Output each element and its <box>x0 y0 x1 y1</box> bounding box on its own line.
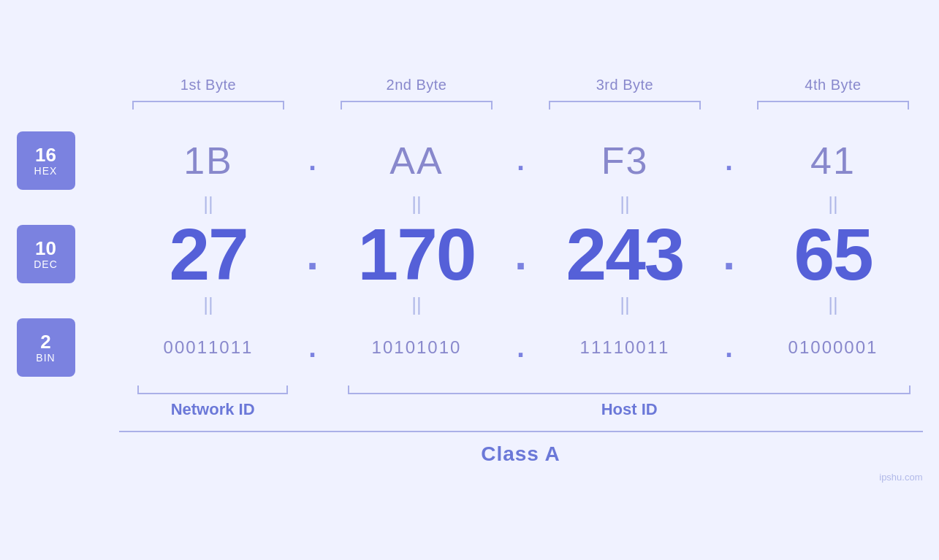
bracket-top-2 <box>327 101 506 110</box>
equals-hex-dec-3: || <box>536 194 715 213</box>
byte-header-4: 4th Byte <box>744 77 923 93</box>
equals-dec-bin-3: || <box>536 295 715 314</box>
bin-value-1: 00011011 <box>164 337 254 357</box>
bin-badge: 2 BIN <box>17 318 75 377</box>
byte-header-2: 2nd Byte <box>327 77 506 93</box>
class-a-label: Class A <box>481 442 560 465</box>
bracket-top-1 <box>119 101 298 110</box>
hex-value-3: F3 <box>601 139 649 182</box>
dec-badge: 10 DEC <box>17 225 75 283</box>
hex-dot-1: . <box>298 145 327 177</box>
hex-value-1: 1B <box>183 139 233 182</box>
dec-dot-2: . <box>506 229 536 280</box>
dec-value-3: 243 <box>566 213 684 295</box>
hex-dot-3: . <box>715 145 744 177</box>
dec-value-2: 170 <box>358 213 476 295</box>
network-id-label: Network ID <box>171 400 255 418</box>
hex-badge: 16 HEX <box>17 131 75 190</box>
bin-value-4: 01000001 <box>788 337 878 357</box>
bracket-top-3 <box>536 101 715 110</box>
network-id-bracket <box>137 386 288 394</box>
hex-value-4: 41 <box>810 139 856 182</box>
bin-dot-2: . <box>506 332 536 364</box>
host-id-bracket <box>348 386 911 394</box>
hex-value-2: AA <box>389 139 443 182</box>
bin-dot-1: . <box>298 332 327 364</box>
bin-dot-3: . <box>715 332 744 364</box>
equals-dec-bin-2: || <box>327 295 506 314</box>
dec-value-4: 65 <box>794 213 872 295</box>
equals-hex-dec-1: || <box>119 194 298 213</box>
bracket-top-4 <box>744 101 923 110</box>
class-a-section: Class A <box>119 431 923 466</box>
equals-dec-bin-4: || <box>744 295 923 314</box>
bin-value-3: 11110011 <box>580 337 670 357</box>
watermark: ipshu.com <box>879 472 922 483</box>
dec-dot-1: . <box>298 229 327 280</box>
equals-hex-dec-2: || <box>327 194 506 213</box>
hex-dot-2: . <box>506 145 536 177</box>
dec-dot-3: . <box>715 229 744 280</box>
host-id-label: Host ID <box>601 400 658 418</box>
equals-dec-bin-1: || <box>119 295 298 314</box>
byte-header-1: 1st Byte <box>119 77 298 93</box>
dec-value-1: 27 <box>169 213 247 295</box>
byte-header-3: 3rd Byte <box>536 77 715 93</box>
equals-hex-dec-4: || <box>744 194 923 213</box>
bin-value-2: 10101010 <box>372 337 462 357</box>
